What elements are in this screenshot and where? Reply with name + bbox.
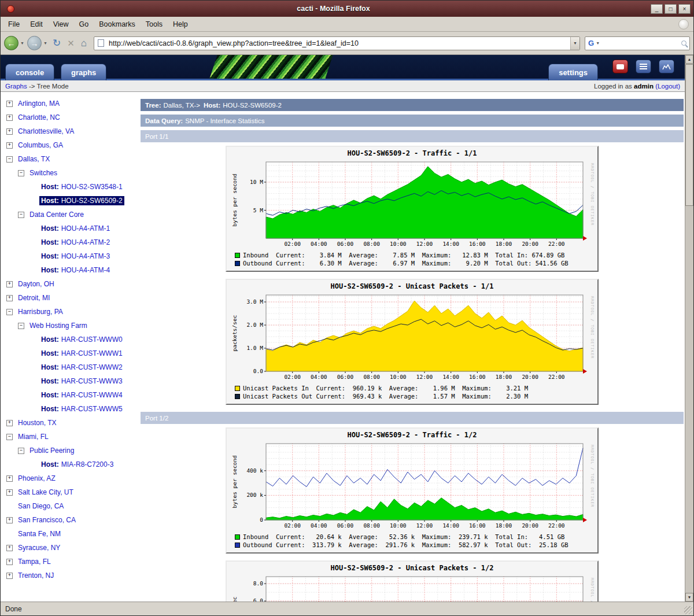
tree-link[interactable]: Switches: [29, 169, 57, 177]
tree-link[interactable]: Dallas, TX: [18, 155, 50, 163]
tree-link[interactable]: Houston, TX: [18, 419, 56, 427]
chart-icon[interactable]: [659, 60, 674, 73]
expand-toggle-icon[interactable]: +: [6, 517, 13, 523]
minimize-button[interactable]: _: [651, 4, 663, 14]
tree-link[interactable]: Phoenix, AZ: [18, 474, 56, 482]
close-button[interactable]: ×: [678, 4, 691, 14]
expand-toggle-icon[interactable]: +: [6, 475, 13, 482]
tree-link[interactable]: Harrisburg, PA: [18, 308, 63, 316]
collapse-toggle-icon[interactable]: −: [18, 448, 24, 454]
tree-link[interactable]: Syracuse, NY: [18, 544, 60, 552]
collapse-toggle-icon[interactable]: −: [6, 309, 13, 315]
tab-console[interactable]: console: [5, 64, 54, 80]
search-engine-icon[interactable]: G: [588, 39, 594, 47]
url-dropdown-icon[interactable]: ▼: [570, 37, 579, 50]
tree-link[interactable]: Data Center Core: [29, 211, 84, 219]
titlebar[interactable]: cacti - Mozilla Firefox _ □ ×: [1, 1, 693, 17]
tree-link[interactable]: HAR-CUST-WWW0: [61, 335, 123, 344]
back-dropdown-icon[interactable]: ▼: [20, 41, 24, 45]
breadcrumb-graphs-link[interactable]: Graphs: [5, 83, 27, 90]
list-icon[interactable]: [636, 60, 651, 73]
tree-link[interactable]: San Francisco, CA: [18, 516, 76, 524]
scrollbar-thumb[interactable]: [685, 64, 693, 206]
menu-tools[interactable]: Tools: [141, 18, 168, 31]
graph-image[interactable]: HOU-S2-SW6509-2 - Unicast Packets - 1/20…: [226, 560, 599, 602]
tab-settings[interactable]: settings: [548, 64, 598, 80]
home-button[interactable]: ⌂: [79, 38, 89, 49]
tree-link[interactable]: San Diego, CA: [18, 502, 64, 510]
back-button[interactable]: ←: [4, 36, 19, 50]
tree-link[interactable]: Dayton, OH: [18, 280, 54, 288]
menu-go[interactable]: Go: [74, 18, 94, 31]
collapse-toggle-icon[interactable]: −: [18, 323, 24, 329]
tree-link[interactable]: HAR-CUST-WWW3: [61, 377, 123, 385]
expand-toggle-icon[interactable]: +: [6, 128, 13, 135]
reload-button[interactable]: ↻: [50, 37, 63, 49]
menu-help[interactable]: Help: [168, 18, 193, 31]
scroll-down-icon[interactable]: ▼: [685, 593, 693, 602]
data-query-bar: Data Query: SNMP - Interface Statistics: [141, 115, 684, 127]
tree-link[interactable]: HAR-CUST-WWW2: [61, 363, 123, 371]
tree-link[interactable]: Detroit, MI: [18, 294, 50, 302]
expand-toggle-icon[interactable]: +: [6, 489, 13, 496]
search-input[interactable]: [603, 38, 680, 48]
expand-toggle-icon[interactable]: +: [6, 101, 13, 107]
stop-button[interactable]: ✕: [65, 38, 77, 49]
resize-grip[interactable]: [684, 606, 692, 614]
maximize-button[interactable]: □: [665, 4, 677, 14]
tree-link[interactable]: MIA-R8-C7200-3: [61, 460, 114, 469]
collapse-toggle-icon[interactable]: −: [18, 170, 24, 176]
menu-bookmarks[interactable]: Bookmarks: [94, 18, 141, 31]
tree-link[interactable]: Trenton, NJ: [18, 571, 54, 580]
collapse-toggle-icon[interactable]: −: [6, 434, 13, 440]
url-input[interactable]: [108, 39, 570, 48]
tree-link[interactable]: Columbus, GA: [18, 141, 63, 149]
tree-link[interactable]: HOU-A4-ATM-4: [61, 266, 110, 274]
logout-link[interactable]: (Logout): [655, 83, 680, 90]
tree-link[interactable]: Miami, FL: [18, 433, 49, 441]
tree-link[interactable]: HOU-A4-ATM-3: [61, 252, 110, 260]
menu-edit[interactable]: Edit: [25, 18, 48, 31]
menu-view[interactable]: View: [48, 18, 74, 31]
tree-link[interactable]: HAR-CUST-WWW5: [61, 405, 123, 413]
tree-link[interactable]: Tampa, FL: [18, 558, 51, 566]
expand-toggle-icon[interactable]: +: [6, 142, 13, 149]
expand-toggle-icon[interactable]: +: [6, 295, 13, 301]
search-icon[interactable]: [681, 40, 686, 46]
tab-graphs[interactable]: graphs: [61, 64, 106, 80]
red-bubble-icon[interactable]: [612, 60, 628, 73]
tree-link[interactable]: HOU-S2-SW6509-2: [61, 197, 123, 205]
search-engine-dropdown-icon[interactable]: ▼: [596, 41, 600, 45]
scroll-up-icon[interactable]: ▲: [685, 55, 693, 64]
menu-file[interactable]: File: [3, 18, 25, 31]
vertical-scrollbar[interactable]: ▲ ▼: [685, 55, 693, 602]
legend-swatch: [235, 253, 240, 258]
tree-link[interactable]: Web Hosting Farm: [29, 322, 87, 330]
graph-image[interactable]: HOU-S2-SW6509-2 - Traffic - 1/202:0004:0…: [226, 427, 599, 554]
tree-link[interactable]: HAR-CUST-WWW1: [61, 349, 123, 357]
tree-link[interactable]: Charlottesville, VA: [18, 127, 74, 135]
tree-header-bar: Tree: Dallas, TX-> Host: HOU-S2-SW6509-2: [141, 99, 684, 111]
tree-link[interactable]: Arlington, MA: [18, 99, 60, 108]
expand-toggle-icon[interactable]: +: [6, 559, 13, 565]
tree-link[interactable]: HOU-A4-ATM-1: [61, 224, 110, 233]
forward-button[interactable]: →: [27, 36, 42, 50]
expand-toggle-icon[interactable]: +: [6, 573, 13, 579]
expand-toggle-icon[interactable]: +: [6, 115, 13, 121]
tree-link[interactable]: Salt Lake City, UT: [18, 488, 73, 496]
tree-link[interactable]: Charlotte, NC: [18, 113, 60, 121]
expand-toggle-icon[interactable]: +: [6, 420, 13, 426]
collapse-toggle-icon[interactable]: −: [6, 156, 13, 163]
port-header-label: Port 1/1: [145, 133, 168, 140]
expand-toggle-icon[interactable]: +: [6, 281, 13, 287]
collapse-toggle-icon[interactable]: −: [18, 212, 24, 218]
tree-link[interactable]: Public Peering: [29, 447, 74, 455]
tree-link[interactable]: HOU-S2-SW3548-1: [61, 183, 123, 191]
graph-image[interactable]: HOU-S2-SW6509-2 - Traffic - 1/102:0004:0…: [226, 146, 599, 272]
tree-link[interactable]: Santa Fe, NM: [18, 530, 61, 538]
expand-toggle-icon[interactable]: +: [6, 545, 13, 551]
tree-link[interactable]: HAR-CUST-WWW4: [61, 391, 123, 399]
tree-link[interactable]: HOU-A4-ATM-2: [61, 238, 110, 246]
graph-image[interactable]: HOU-S2-SW6509-2 - Unicast Packets - 1/10…: [226, 279, 599, 405]
forward-dropdown-icon[interactable]: ▼: [43, 41, 47, 45]
